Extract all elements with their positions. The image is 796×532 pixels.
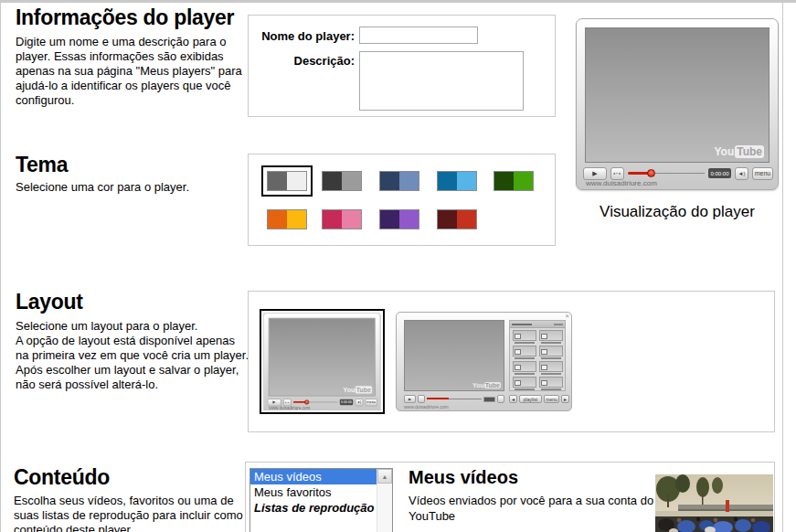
playlist-panel xyxy=(509,320,566,391)
player-watermark-url: www.duisadiriure.com xyxy=(586,179,657,187)
volume-icon xyxy=(497,395,504,403)
section-desc-informacoes: Digite um nome e uma descrição para o pl… xyxy=(16,35,243,108)
swatch-dark-half xyxy=(438,210,457,229)
swatch-dark-half xyxy=(268,210,287,229)
listbox-scrollbar[interactable]: ▲ xyxy=(377,469,392,532)
play-icon: ▶ xyxy=(592,170,597,177)
section-desc-tema: Selecione uma cor para o player. xyxy=(16,180,244,195)
menu-button: menu xyxy=(544,395,559,403)
playlist-player-chrome: YouTube xyxy=(396,312,572,411)
theme-swatch-sky-blue[interactable] xyxy=(437,171,477,191)
theme-swatch-panel xyxy=(248,154,556,246)
swatch-light-half xyxy=(457,210,476,229)
player-preview: YouTube ▶ ●▪● 0:00:00 ◄) menu www.duisad… xyxy=(576,18,779,190)
mini-progress-bar xyxy=(293,400,338,405)
swatch-light-half xyxy=(457,172,476,190)
volume-icon: ◄) xyxy=(356,399,364,406)
playlist-item xyxy=(511,329,537,344)
player-name-input[interactable] xyxy=(359,27,478,44)
playlist-item xyxy=(537,345,564,359)
time-display: 0:00:00 xyxy=(340,399,353,405)
preview-caption: Visualização do player xyxy=(557,203,796,221)
swatch-dark-half xyxy=(380,172,399,190)
theme-swatch-red[interactable] xyxy=(437,209,477,229)
jump-icon xyxy=(418,395,425,403)
section-title-tema: Tema xyxy=(16,153,68,177)
list-item-meus-videos[interactable]: Meus vídeos xyxy=(250,469,377,484)
section-desc-conteudo: Escolha seus vídeos, favoritos ou uma de… xyxy=(14,494,246,532)
info-form-panel: Nome do player: Descrição: xyxy=(248,15,556,117)
player-description-textarea[interactable] xyxy=(359,51,524,111)
theme-swatch-gray[interactable] xyxy=(267,171,307,191)
theme-swatch-slate-blue[interactable] xyxy=(379,171,419,191)
playlist-button: playlist xyxy=(519,395,542,403)
layout-option-single-player[interactable]: YouTube ▶ ●▪● 0:00:00 ◄) menu xyxy=(260,309,385,414)
section-title-conteudo: Conteúdo xyxy=(14,465,110,490)
section-desc-layout-1: Selecione um layout para o player. xyxy=(16,319,255,334)
content-source-listbox[interactable]: Meus vídeos Meus favoritos Listas de rep… xyxy=(249,468,393,532)
previous-icon: ◄ xyxy=(509,395,517,403)
youtube-logo: YouTube xyxy=(472,382,501,388)
playlist-item xyxy=(511,360,537,375)
playlist-item xyxy=(537,329,564,344)
content-source-items: Meus vídeos Meus favoritos Listas de rep… xyxy=(250,469,377,516)
swatch-dark-half xyxy=(438,172,457,190)
next-icon: ► xyxy=(561,395,569,403)
swatch-dark-half xyxy=(494,172,514,190)
playlist-panel-header xyxy=(510,321,565,328)
playlist-player-controls: ▶ xyxy=(404,395,504,403)
playlist-item xyxy=(511,345,537,359)
theme-swatch-green[interactable] xyxy=(494,171,534,191)
content-detail-desc: Vídeos enviados por você para a sua cont… xyxy=(409,493,657,524)
swatch-light-half xyxy=(342,172,361,190)
page-right-border xyxy=(782,0,783,532)
page-left-border xyxy=(0,0,1,532)
layout-option-playlist-player[interactable]: YouTube xyxy=(396,312,572,411)
list-item-listas-de-reproducao[interactable]: Listas de reprodução xyxy=(250,500,377,516)
volume-icon: ◄) xyxy=(738,171,746,176)
swatch-light-half xyxy=(399,172,419,190)
theme-swatch-purple[interactable] xyxy=(379,209,419,229)
player-control-bar: ▶ ●▪● 0:00:00 ◄) menu xyxy=(583,166,773,180)
swatch-light-half xyxy=(399,210,419,229)
mini-progress-bar xyxy=(427,397,482,401)
jump-button[interactable]: ●▪● xyxy=(610,167,624,180)
section-title-informacoes: Informações do player xyxy=(16,5,234,30)
play-button[interactable]: ▶ xyxy=(583,167,607,180)
menu-button[interactable]: menu xyxy=(752,167,773,180)
theme-swatch-charcoal[interactable] xyxy=(322,171,362,191)
theme-swatch-orange[interactable] xyxy=(267,209,307,229)
time-display: 0:00:00 xyxy=(708,168,731,178)
playlist-item xyxy=(511,376,537,390)
progress-bar[interactable] xyxy=(628,170,705,177)
progress-knob xyxy=(304,399,309,404)
content-detail-title: Meus vídeos xyxy=(409,467,518,488)
player-name-label: Nome do player: xyxy=(256,29,355,43)
swatch-light-half xyxy=(287,210,306,229)
page-top-border xyxy=(0,0,796,3)
youtube-player-chrome: YouTube ▶ ●▪● 0:00:00 ◄) menu www.duisad… xyxy=(576,18,779,190)
progress-track xyxy=(651,173,705,174)
volume-button[interactable]: ◄) xyxy=(735,167,748,180)
swatch-dark-half xyxy=(268,172,287,190)
playlist-thumbnail-grid xyxy=(510,328,565,391)
swatch-light-half xyxy=(514,172,533,190)
progress-knob[interactable] xyxy=(647,169,655,177)
time-display xyxy=(483,397,495,402)
swatch-light-half xyxy=(342,210,361,229)
close-icon: × xyxy=(565,313,569,320)
swatch-dark-half xyxy=(380,210,399,229)
list-item-meus-favoritos[interactable]: Meus favoritos xyxy=(250,484,377,500)
player-watermark-url: www.duisadiriure.com xyxy=(269,406,310,410)
youtube-logo: YouTube xyxy=(344,386,373,393)
play-icon: ▶ xyxy=(404,395,416,403)
theme-swatch-pink[interactable] xyxy=(322,209,362,229)
player-description-label: Descrição: xyxy=(256,54,355,68)
jump-icon: ●▪● xyxy=(613,171,621,176)
layout-options-panel: YouTube ▶ ●▪● 0:00:00 ◄) menu xyxy=(248,291,775,432)
playlist-item xyxy=(537,376,564,390)
youtube-logo-you: You xyxy=(714,145,734,158)
section-desc-layout-2: A opção de layout está disponível apenas… xyxy=(16,334,251,392)
section-title-layout: Layout xyxy=(16,290,83,314)
scroll-up-icon[interactable]: ▲ xyxy=(377,469,392,484)
